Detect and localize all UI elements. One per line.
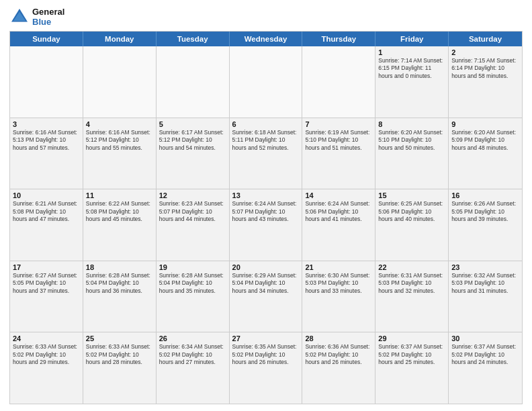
cal-header-wednesday: Wednesday — [230, 32, 303, 46]
day-number: 28 — [305, 334, 372, 342]
cal-cell-day-4: 4Sunrise: 6:16 AM Sunset: 5:12 PM Daylig… — [83, 118, 157, 189]
day-detail: Sunrise: 6:34 AM Sunset: 5:02 PM Dayligh… — [159, 343, 226, 366]
cal-cell-day-3: 3Sunrise: 6:16 AM Sunset: 5:13 PM Daylig… — [10, 118, 83, 189]
day-detail: Sunrise: 6:37 AM Sunset: 5:02 PM Dayligh… — [378, 343, 445, 366]
day-number: 26 — [159, 334, 226, 342]
cal-cell-day-21: 21Sunrise: 6:30 AM Sunset: 5:03 PM Dayli… — [302, 261, 375, 332]
calendar-body: 1Sunrise: 7:14 AM Sunset: 6:15 PM Daylig… — [10, 46, 522, 404]
day-number: 17 — [13, 263, 80, 271]
cal-cell-empty — [230, 46, 303, 118]
page: General Blue SundayMondayTuesdayWednesda… — [0, 0, 532, 411]
cal-cell-empty — [302, 46, 375, 118]
cal-cell-day-18: 18Sunrise: 6:28 AM Sunset: 5:04 PM Dayli… — [83, 261, 157, 332]
day-number: 22 — [378, 263, 445, 271]
day-detail: Sunrise: 6:17 AM Sunset: 5:12 PM Dayligh… — [159, 129, 226, 152]
day-number: 27 — [232, 334, 300, 342]
day-number: 23 — [451, 263, 519, 271]
day-number: 8 — [378, 120, 445, 128]
cal-cell-day-6: 6Sunrise: 6:18 AM Sunset: 5:11 PM Daylig… — [230, 118, 303, 189]
day-detail: Sunrise: 6:20 AM Sunset: 5:09 PM Dayligh… — [451, 129, 519, 152]
header: General Blue — [9, 7, 523, 27]
cal-cell-day-30: 30Sunrise: 6:37 AM Sunset: 5:02 PM Dayli… — [449, 332, 522, 404]
cal-cell-day-28: 28Sunrise: 6:36 AM Sunset: 5:02 PM Dayli… — [302, 332, 375, 404]
day-detail: Sunrise: 6:19 AM Sunset: 5:10 PM Dayligh… — [305, 129, 372, 152]
day-detail: Sunrise: 6:36 AM Sunset: 5:02 PM Dayligh… — [305, 343, 372, 366]
cal-week-4: 17Sunrise: 6:27 AM Sunset: 5:05 PM Dayli… — [10, 261, 522, 332]
cal-cell-day-17: 17Sunrise: 6:27 AM Sunset: 5:05 PM Dayli… — [10, 261, 83, 332]
day-number: 18 — [86, 263, 153, 271]
day-detail: Sunrise: 6:25 AM Sunset: 5:06 PM Dayligh… — [378, 200, 445, 223]
day-number: 7 — [305, 120, 372, 128]
day-number: 2 — [451, 48, 519, 56]
day-detail: Sunrise: 6:24 AM Sunset: 5:06 PM Dayligh… — [305, 200, 372, 223]
cal-cell-empty — [10, 46, 83, 118]
day-detail: Sunrise: 6:33 AM Sunset: 5:02 PM Dayligh… — [13, 343, 80, 366]
logo-text: General Blue — [32, 7, 64, 27]
cal-cell-day-8: 8Sunrise: 6:20 AM Sunset: 5:10 PM Daylig… — [375, 118, 449, 189]
day-number: 4 — [86, 120, 153, 128]
cal-cell-day-10: 10Sunrise: 6:21 AM Sunset: 5:08 PM Dayli… — [10, 189, 83, 261]
cal-week-5: 24Sunrise: 6:33 AM Sunset: 5:02 PM Dayli… — [10, 332, 522, 404]
day-detail: Sunrise: 6:16 AM Sunset: 5:13 PM Dayligh… — [13, 129, 80, 152]
cal-cell-day-11: 11Sunrise: 6:22 AM Sunset: 5:08 PM Dayli… — [83, 189, 157, 261]
cal-cell-day-25: 25Sunrise: 6:33 AM Sunset: 5:02 PM Dayli… — [83, 332, 157, 404]
day-detail: Sunrise: 6:33 AM Sunset: 5:02 PM Dayligh… — [86, 343, 153, 366]
cal-cell-day-1: 1Sunrise: 7:14 AM Sunset: 6:15 PM Daylig… — [375, 46, 449, 118]
day-number: 30 — [451, 334, 519, 342]
cal-cell-day-27: 27Sunrise: 6:35 AM Sunset: 5:02 PM Dayli… — [230, 332, 303, 404]
day-number: 13 — [232, 191, 300, 199]
day-number: 1 — [378, 48, 445, 56]
cal-cell-empty — [157, 46, 230, 118]
cal-cell-day-5: 5Sunrise: 6:17 AM Sunset: 5:12 PM Daylig… — [157, 118, 230, 189]
logo-icon — [9, 7, 30, 27]
day-number: 24 — [13, 334, 80, 342]
day-detail: Sunrise: 6:20 AM Sunset: 5:10 PM Dayligh… — [378, 129, 445, 152]
day-detail: Sunrise: 6:30 AM Sunset: 5:03 PM Dayligh… — [305, 272, 372, 295]
cal-cell-day-24: 24Sunrise: 6:33 AM Sunset: 5:02 PM Dayli… — [10, 332, 83, 404]
cal-cell-day-2: 2Sunrise: 7:15 AM Sunset: 6:14 PM Daylig… — [449, 46, 522, 118]
day-detail: Sunrise: 6:29 AM Sunset: 5:04 PM Dayligh… — [232, 272, 300, 295]
day-detail: Sunrise: 6:32 AM Sunset: 5:03 PM Dayligh… — [451, 272, 519, 295]
day-number: 14 — [305, 191, 372, 199]
day-detail: Sunrise: 6:16 AM Sunset: 5:12 PM Dayligh… — [86, 129, 153, 152]
cal-cell-day-19: 19Sunrise: 6:28 AM Sunset: 5:04 PM Dayli… — [157, 261, 230, 332]
cal-cell-day-7: 7Sunrise: 6:19 AM Sunset: 5:10 PM Daylig… — [302, 118, 375, 189]
day-number: 21 — [305, 263, 372, 271]
day-detail: Sunrise: 6:26 AM Sunset: 5:05 PM Dayligh… — [451, 200, 519, 223]
day-detail: Sunrise: 6:18 AM Sunset: 5:11 PM Dayligh… — [232, 129, 300, 152]
cal-cell-day-29: 29Sunrise: 6:37 AM Sunset: 5:02 PM Dayli… — [375, 332, 449, 404]
day-detail: Sunrise: 6:35 AM Sunset: 5:02 PM Dayligh… — [232, 343, 300, 366]
day-number: 11 — [86, 191, 153, 199]
day-number: 25 — [86, 334, 153, 342]
cal-header-tuesday: Tuesday — [157, 32, 230, 46]
day-number: 15 — [378, 191, 445, 199]
cal-cell-day-15: 15Sunrise: 6:25 AM Sunset: 5:06 PM Dayli… — [375, 189, 449, 261]
cal-cell-day-9: 9Sunrise: 6:20 AM Sunset: 5:09 PM Daylig… — [449, 118, 522, 189]
day-number: 29 — [378, 334, 445, 342]
cal-header-saturday: Saturday — [449, 32, 522, 46]
cal-cell-day-12: 12Sunrise: 6:23 AM Sunset: 5:07 PM Dayli… — [157, 189, 230, 261]
day-detail: Sunrise: 6:37 AM Sunset: 5:02 PM Dayligh… — [451, 343, 519, 366]
day-number: 12 — [159, 191, 226, 199]
day-number: 10 — [13, 191, 80, 199]
calendar-header: SundayMondayTuesdayWednesdayThursdayFrid… — [10, 32, 522, 46]
day-number: 19 — [159, 263, 226, 271]
day-detail: Sunrise: 6:22 AM Sunset: 5:08 PM Dayligh… — [86, 200, 153, 223]
cal-header-thursday: Thursday — [302, 32, 375, 46]
day-number: 6 — [232, 120, 300, 128]
day-detail: Sunrise: 6:24 AM Sunset: 5:07 PM Dayligh… — [232, 200, 300, 223]
logo: General Blue — [9, 7, 64, 27]
day-detail: Sunrise: 6:31 AM Sunset: 5:03 PM Dayligh… — [378, 272, 445, 295]
cal-cell-day-22: 22Sunrise: 6:31 AM Sunset: 5:03 PM Dayli… — [375, 261, 449, 332]
cal-cell-day-26: 26Sunrise: 6:34 AM Sunset: 5:02 PM Dayli… — [157, 332, 230, 404]
cal-header-monday: Monday — [83, 32, 157, 46]
day-detail: Sunrise: 7:14 AM Sunset: 6:15 PM Dayligh… — [378, 57, 445, 80]
day-number: 5 — [159, 120, 226, 128]
day-detail: Sunrise: 6:21 AM Sunset: 5:08 PM Dayligh… — [13, 200, 80, 223]
day-detail: Sunrise: 6:27 AM Sunset: 5:05 PM Dayligh… — [13, 272, 80, 295]
cal-cell-day-13: 13Sunrise: 6:24 AM Sunset: 5:07 PM Dayli… — [230, 189, 303, 261]
cal-cell-empty — [83, 46, 157, 118]
day-number: 16 — [451, 191, 519, 199]
cal-cell-day-20: 20Sunrise: 6:29 AM Sunset: 5:04 PM Dayli… — [230, 261, 303, 332]
day-detail: Sunrise: 6:28 AM Sunset: 5:04 PM Dayligh… — [159, 272, 226, 295]
